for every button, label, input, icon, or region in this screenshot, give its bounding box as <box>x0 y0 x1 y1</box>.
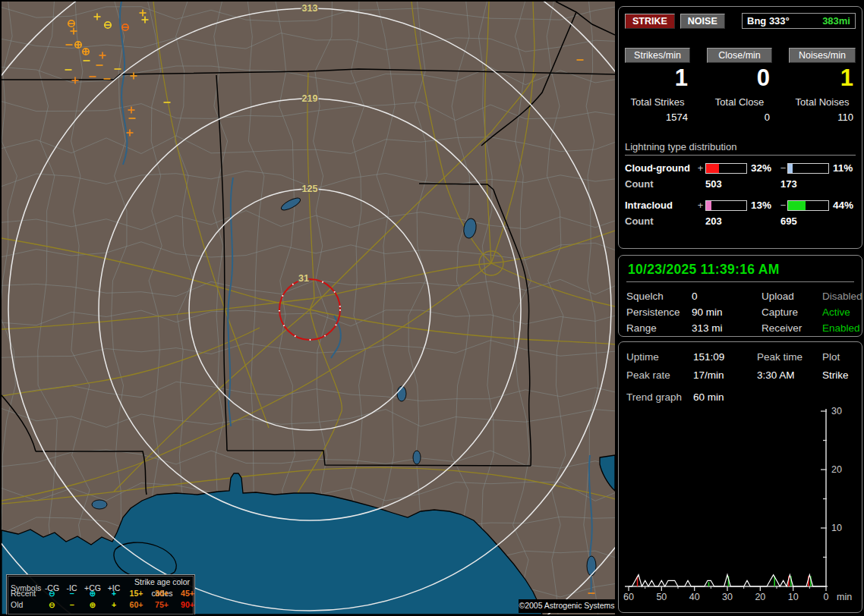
age-15: 15+ <box>124 588 149 599</box>
svg-text:10: 10 <box>831 523 842 533</box>
persistence-value: 90 min <box>692 306 762 318</box>
ic-plus-percent: 13% <box>747 200 779 211</box>
capture-status: Active <box>822 306 862 318</box>
ic-plus-icon: + <box>104 588 124 599</box>
total-noises-label: Total Noises <box>789 96 856 108</box>
datetime-display: 10/23/2025 11:39:16 AM <box>626 260 854 282</box>
receiver-status: Enabled <box>822 322 862 334</box>
ic-count-label: Count <box>625 215 695 227</box>
total-close-label: Total Close <box>707 96 772 108</box>
cloud-ground-label: Cloud-ground <box>625 162 695 174</box>
svg-text:40: 40 <box>689 592 700 602</box>
strikes-per-min-value: 1 <box>625 64 690 92</box>
noises-per-min-chip: Noises/min <box>789 48 856 63</box>
age-45: 45+ <box>175 588 200 599</box>
svg-text:30: 30 <box>722 592 733 602</box>
svg-text:10: 10 <box>788 592 799 602</box>
ic-minus-count: 695 <box>780 215 856 227</box>
upload-status: Disabled <box>822 291 862 302</box>
receiver-label: Receiver <box>762 322 822 334</box>
svg-text:219: 219 <box>302 93 318 104</box>
cg-count-label: Count <box>625 178 695 190</box>
range-value: 313 mi <box>692 322 762 334</box>
ic-minus-percent: 44% <box>829 200 859 211</box>
bearing-distance: 383mi <box>822 15 850 27</box>
capture-label: Capture <box>762 306 822 318</box>
copyright-text: ©2005 Astrogenic Systems <box>519 599 615 613</box>
svg-text:60: 60 <box>623 592 634 602</box>
plus-sign: + <box>695 200 705 211</box>
cg-plus-bar <box>705 163 747 174</box>
strike-stats-panel: STRIKE NOISE Bng 333° 383mi Strikes/min … <box>618 6 862 249</box>
ic-minus-icon: − <box>62 599 81 611</box>
symbol-legend: Symbols -CG -IC +CG +IC Strike age color… <box>6 574 195 614</box>
cg-plus-count: 503 <box>705 178 780 190</box>
noises-per-min-value: 1 <box>789 64 856 92</box>
map-canvas[interactable]: 31321912531 Symbols -CG -IC +CG +IC Stri… <box>2 2 615 614</box>
svg-text:31: 31 <box>298 273 309 284</box>
svg-text:50: 50 <box>656 592 667 602</box>
close-per-min-chip: Close/min <box>707 48 772 63</box>
strike-button[interactable]: STRIKE <box>625 14 675 29</box>
map-image: 31321912531 <box>2 2 615 614</box>
legend-row-recent: Recent <box>7 588 42 599</box>
ic-plus-icon: + <box>104 599 124 611</box>
ic-minus-bar <box>787 200 829 211</box>
legend-row-old: Old <box>7 599 42 611</box>
noise-button[interactable]: NOISE <box>680 14 725 29</box>
ic-plus-count: 203 <box>705 215 780 227</box>
squelch-value: 0 <box>692 291 762 302</box>
svg-text:20: 20 <box>831 464 842 475</box>
total-close-value: 0 <box>707 112 772 123</box>
svg-text:125: 125 <box>302 184 318 194</box>
strikes-per-min-chip: Strikes/min <box>625 48 690 63</box>
bearing-value: Bng 333° <box>747 15 790 27</box>
status-panel: 10/23/2025 11:39:16 AM Squelch 0 Upload … <box>618 255 862 337</box>
close-per-min-value: 0 <box>707 64 772 92</box>
distribution-title: Lightning type distribution <box>625 141 856 156</box>
intracloud-label: Intracloud <box>625 200 695 211</box>
cg-minus-bar <box>787 163 829 174</box>
strike-symbol <box>83 49 90 55</box>
trend-panel: Uptime 151:09 Peak time Plot Peak rate 1… <box>618 341 862 613</box>
svg-text:0: 0 <box>824 592 829 602</box>
total-strikes-value: 1574 <box>625 112 690 123</box>
cg-minus-count: 173 <box>780 178 856 190</box>
svg-text:30: 30 <box>831 406 842 416</box>
total-strikes-label: Total Strikes <box>625 96 690 108</box>
age-90: 90+ <box>175 599 200 611</box>
ic-plus-bar <box>705 200 747 211</box>
cg-minus-percent: 11% <box>829 162 859 174</box>
cg-minus-icon: ⊖ <box>42 599 62 611</box>
age-75: 75+ <box>149 599 175 611</box>
svg-text:min: min <box>837 592 852 602</box>
ic-minus-icon: − <box>62 588 81 599</box>
trend-graph: 3020106050403020100min <box>619 342 862 612</box>
total-noises-value: 110 <box>789 112 856 123</box>
svg-text:313: 313 <box>302 3 318 14</box>
age-60: 60+ <box>124 599 149 611</box>
persistence-label: Persistence <box>626 306 692 318</box>
age-30: 30+ <box>149 588 175 599</box>
cg-plus-icon: ⊕ <box>81 599 104 611</box>
cg-plus-percent: 32% <box>747 162 779 174</box>
cg-plus-icon: ⊕ <box>81 588 104 599</box>
plus-sign: + <box>695 162 705 174</box>
range-label: Range <box>626 322 692 334</box>
cg-minus-icon: ⊖ <box>42 588 62 599</box>
bearing-readout: Bng 333° 383mi <box>742 13 856 29</box>
strike-symbol <box>75 42 82 49</box>
upload-label: Upload <box>762 291 822 302</box>
minus-sign: − <box>779 200 787 211</box>
minus-sign: − <box>779 162 787 174</box>
svg-text:20: 20 <box>755 592 765 602</box>
squelch-label: Squelch <box>626 291 692 302</box>
